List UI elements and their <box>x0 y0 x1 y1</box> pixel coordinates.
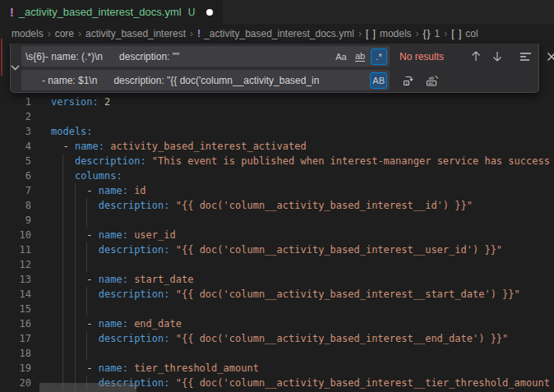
close-icon <box>547 52 554 62</box>
symbol-object-icon: {} <box>423 28 432 39</box>
indent-guide <box>86 287 87 302</box>
whole-word-button[interactable]: ab <box>352 48 368 65</box>
git-untracked-badge: U <box>188 7 196 18</box>
indent-guide <box>75 316 76 331</box>
breadcrumb-label: _activity_based_interest_docs.yml <box>204 28 354 39</box>
find-replace-widget: \s{6}- name: (.*)\n description: "" Aa a… <box>10 44 539 93</box>
unsaved-changes-dot-icon[interactable] <box>206 9 213 16</box>
replace-icon: c <box>402 74 415 87</box>
find-in-selection-button[interactable] <box>516 48 534 66</box>
code-line[interactable]: 8 description: "{{ doc('column__activity… <box>0 198 554 213</box>
breadcrumb-label: 1 <box>435 28 441 39</box>
breadcrumb-item-models[interactable]: models <box>12 28 44 39</box>
breadcrumb-label: models <box>380 28 412 39</box>
breadcrumb-item-activity-based-interest[interactable]: activity_based_interest <box>85 28 186 39</box>
find-status-text: No results <box>399 51 467 62</box>
indent-guide <box>86 346 87 361</box>
indent-guide <box>62 168 63 183</box>
indent-guide <box>75 287 76 302</box>
replace-value-text: - name: $1\n description: "{{ doc('colum… <box>25 75 370 86</box>
replace-all-button[interactable]: ab ac <box>422 71 441 90</box>
yaml-warning-file-icon: ! <box>10 6 14 19</box>
code-line[interactable]: 18 <box>0 346 554 361</box>
breadcrumb-item-1[interactable]: {}1 <box>423 28 441 39</box>
match-case-button[interactable]: Aa <box>333 48 349 65</box>
line-number: 20 <box>0 376 31 390</box>
code-line[interactable]: 16 - name: end_date <box>0 316 554 331</box>
breadcrumb-item--activity-based-interest-docs-yml[interactable]: !_activity_based_interest_docs.yml <box>197 28 354 39</box>
code-line[interactable]: 12 <box>0 257 554 272</box>
code-line[interactable]: 19 - name: tier_threshold_amount <box>0 361 554 376</box>
line-number: 14 <box>0 287 31 302</box>
code-line[interactable]: 15 <box>0 302 554 316</box>
indent-guide <box>62 272 63 287</box>
code-line[interactable]: 6 columns: <box>0 168 554 183</box>
indent-guide <box>75 331 76 346</box>
find-query-text: \s{6}- name: (.*)\n description: "" <box>25 51 333 62</box>
indent-guide <box>86 242 87 257</box>
replace-input[interactable]: - name: $1\n description: "{{ doc('colum… <box>21 70 390 90</box>
indent-guide <box>75 361 76 376</box>
code-line[interactable]: 7 - name: id <box>0 183 554 198</box>
indent-guide <box>75 346 76 361</box>
horizontal-scrollbar[interactable] <box>39 383 136 392</box>
code-line[interactable]: 4 - name: activity_based_interest_activa… <box>0 139 554 154</box>
tab-activity-based-interest-docs[interactable]: ! _activity_based_interest_docs.yml U <box>0 0 223 24</box>
breadcrumb-item-models[interactable]: [ ]models <box>366 28 412 39</box>
arrow-up-icon <box>471 51 481 62</box>
code-line[interactable]: 5 description: "This event is published … <box>0 154 554 168</box>
svg-text:c: c <box>405 80 408 85</box>
indent-guide <box>75 272 76 287</box>
code-line[interactable]: 10 - name: user_id <box>0 228 554 242</box>
code-line[interactable]: 13 - name: start_date <box>0 272 554 287</box>
symbol-array-icon: [ ] <box>366 28 376 39</box>
indent-guide <box>62 331 63 346</box>
code-line[interactable]: 2 <box>0 109 554 124</box>
regex-button[interactable]: .* <box>371 48 387 65</box>
indent-guide <box>75 228 76 242</box>
symbol-array-icon: [ ] <box>451 28 462 39</box>
line-number: 4 <box>0 139 31 154</box>
indent-guide <box>75 302 76 316</box>
find-input[interactable]: \s{6}- name: (.*)\n description: "" Aa a… <box>21 46 390 67</box>
preserve-case-button[interactable]: AB <box>370 72 387 89</box>
breadcrumb-item-col[interactable]: [ ]col <box>451 28 478 39</box>
left-gutter-decoration <box>1 39 2 76</box>
code-line[interactable]: 1version: 2 <box>0 95 554 109</box>
line-number: 9 <box>0 213 31 228</box>
breadcrumb-separator-icon: › <box>358 28 362 39</box>
indent-guide <box>62 242 63 257</box>
code-line[interactable]: 3models: <box>0 124 554 139</box>
code-line[interactable]: 17 description: "{{ doc('column__activit… <box>0 331 554 346</box>
next-match-button[interactable] <box>488 48 506 66</box>
code-line[interactable]: 9 <box>0 213 554 228</box>
indent-guide <box>86 257 87 272</box>
breadcrumb-separator-icon: › <box>190 28 193 39</box>
toggle-replace-button[interactable] <box>11 44 20 92</box>
indent-guide <box>62 228 63 242</box>
tab-bar: ! _activity_based_interest_docs.yml U <box>0 0 554 24</box>
line-number: 8 <box>0 198 31 213</box>
indent-guide <box>62 361 63 376</box>
code-editor[interactable]: 1version: 223models:4 - name: activity_b… <box>0 95 554 392</box>
line-number: 7 <box>0 183 31 198</box>
indent-guide <box>62 316 63 331</box>
code-line[interactable]: 14 description: "{{ doc('column__activit… <box>0 287 554 302</box>
indent-guide <box>75 198 76 213</box>
chevron-down-icon <box>11 65 20 71</box>
indent-guide <box>75 242 76 257</box>
breadcrumb-label: core <box>55 28 74 39</box>
breadcrumb-separator-icon: › <box>416 28 419 39</box>
close-find-widget-button[interactable] <box>542 48 554 66</box>
arrow-down-icon <box>492 51 502 62</box>
replace-button[interactable]: c <box>399 71 418 90</box>
indent-guide <box>62 257 63 272</box>
previous-match-button[interactable] <box>467 48 485 66</box>
indent-guide <box>86 213 87 228</box>
indent-guide <box>75 257 76 272</box>
line-number: 3 <box>0 124 31 139</box>
code-line[interactable]: 11 description: "{{ doc('column__activit… <box>0 242 554 257</box>
line-number: 6 <box>0 168 31 183</box>
breadcrumb-label: col <box>465 28 478 39</box>
breadcrumb-item-core[interactable]: core <box>55 28 74 39</box>
